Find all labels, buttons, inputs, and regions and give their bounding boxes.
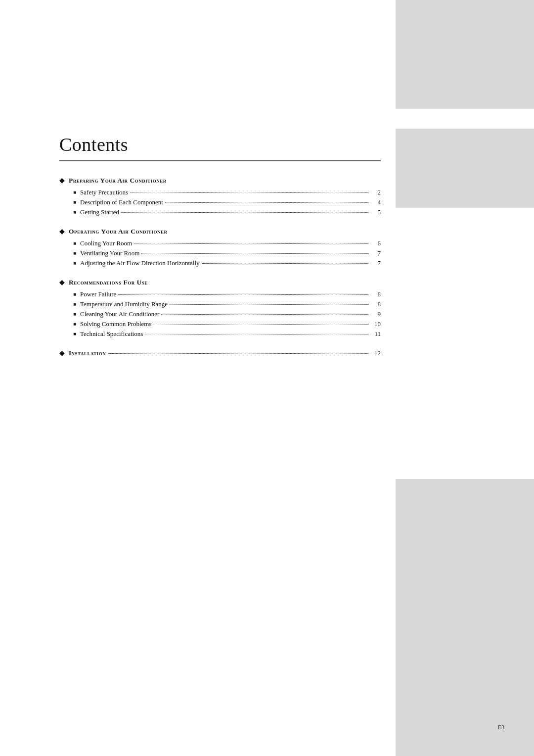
installation-label: Installation (69, 349, 106, 357)
entry-page-solving: 10 (371, 320, 381, 328)
toc-entries-preparing: ■ Safety Precautions 2 ■ Description of … (59, 189, 381, 216)
toc-section-preparing: ◆ Preparing Your Air Conditioner ■ Safet… (59, 176, 381, 216)
page-number: E3 (498, 724, 504, 731)
bullet-icon: ■ (73, 199, 76, 205)
entry-page-cleaning: 9 (371, 310, 381, 318)
toc-entry-airflow: ■ Adjusting the Air Flow Direction Horiz… (73, 259, 381, 267)
toc-entry-getting-started: ■ Getting Started 5 (73, 208, 381, 216)
bullet-icon: ■ (73, 321, 76, 327)
bottom-right-decoration (396, 129, 534, 208)
toc-entry-safety: ■ Safety Precautions 2 (73, 189, 381, 196)
bullet-icon: ■ (73, 250, 76, 256)
entry-label-airflow: Adjusting the Air Flow Direction Horizon… (80, 259, 200, 267)
top-right-gap (396, 109, 534, 124)
toc-entry-description: ■ Description of Each Component 4 (73, 198, 381, 206)
diamond-icon-preparing: ◆ (59, 176, 65, 185)
bottom-gray-decoration (396, 479, 534, 756)
toc-entry-power-failure: ■ Power Failure 8 (73, 290, 381, 298)
section-header-recommendations: ◆ Recommendations For Use (59, 278, 381, 286)
diamond-icon-recommendations: ◆ (59, 278, 65, 286)
main-content: Contents ◆ Preparing Your Air Conditione… (59, 134, 381, 357)
bullet-icon: ■ (73, 240, 76, 246)
section-title-operating: Operating Your Air Conditioner (69, 228, 167, 236)
section-title-preparing: Preparing Your Air Conditioner (69, 177, 167, 185)
entry-dots (145, 334, 369, 334)
entry-page-cooling: 6 (371, 239, 381, 247)
section-title-recommendations: Recommendations For Use (69, 279, 148, 286)
toc-entry-ventilating: ■ Ventilating Your Room 7 (73, 249, 381, 257)
bullet-icon: ■ (73, 291, 76, 297)
entry-dots (161, 314, 369, 315)
entry-dots (130, 192, 369, 193)
entry-dots (165, 202, 369, 203)
bullet-icon: ■ (73, 260, 76, 266)
page-number-area: E3 (498, 724, 504, 731)
toc-entry-cleaning: ■ Cleaning Your Air Conditioner 9 (73, 310, 381, 318)
entry-label-description: Description of Each Component (80, 198, 163, 206)
bullet-icon: ■ (73, 311, 76, 317)
toc-entry-solving: ■ Solving Common Problems 10 (73, 320, 381, 328)
toc-entries-operating: ■ Cooling Your Room 6 ■ Ventilating Your… (59, 239, 381, 267)
entry-label-ventilating: Ventilating Your Room (80, 249, 139, 257)
entry-page-airflow: 7 (371, 259, 381, 267)
entry-page-ventilating: 7 (371, 249, 381, 257)
entry-dots (141, 253, 369, 254)
diamond-icon-installation: ◆ (59, 349, 65, 357)
entry-label-cleaning: Cleaning Your Air Conditioner (80, 310, 159, 318)
entry-page-temperature: 8 (371, 300, 381, 308)
toc-entry-technical: ■ Technical Specifications 11 (73, 330, 381, 338)
entry-page-getting-started: 5 (371, 208, 381, 216)
toc-entry-temperature: ■ Temperature and Humidity Range 8 (73, 300, 381, 308)
entry-dots (118, 294, 369, 295)
entry-dots (121, 212, 369, 213)
diamond-icon-operating: ◆ (59, 227, 65, 236)
entry-label-power-failure: Power Failure (80, 290, 116, 298)
entry-label-safety: Safety Precautions (80, 189, 128, 196)
toc-entries-recommendations: ■ Power Failure 8 ■ Temperature and Humi… (59, 290, 381, 338)
bullet-icon: ■ (73, 301, 76, 307)
bullet-icon: ■ (73, 331, 76, 336)
toc-section-operating: ◆ Operating Your Air Conditioner ■ Cooli… (59, 227, 381, 267)
entry-label-getting-started: Getting Started (80, 208, 119, 216)
bullet-icon: ■ (73, 189, 76, 195)
entry-label-technical: Technical Specifications (80, 330, 143, 338)
entry-dots (134, 243, 369, 244)
entry-dots (202, 263, 369, 264)
entry-label-solving: Solving Common Problems (80, 320, 151, 328)
entry-dots-installation (108, 353, 369, 354)
title-divider (59, 160, 381, 161)
entry-page-installation: 12 (371, 349, 381, 357)
entry-label-temperature: Temperature and Humidity Range (80, 300, 168, 308)
entry-page-safety: 2 (371, 189, 381, 196)
entry-dots (170, 304, 369, 305)
top-right-decoration (396, 0, 534, 109)
entry-page-technical: 11 (371, 330, 381, 338)
page-title: Contents (59, 134, 381, 155)
entry-page-power-failure: 8 (371, 290, 381, 298)
toc-section-recommendations: ◆ Recommendations For Use ■ Power Failur… (59, 278, 381, 338)
toc-entry-installation: ◆ Installation 12 (59, 349, 381, 357)
entry-dots (154, 324, 369, 325)
entry-page-description: 4 (371, 198, 381, 206)
bullet-icon: ■ (73, 209, 76, 215)
toc-entry-cooling: ■ Cooling Your Room 6 (73, 239, 381, 247)
section-header-preparing: ◆ Preparing Your Air Conditioner (59, 176, 381, 185)
section-header-operating: ◆ Operating Your Air Conditioner (59, 227, 381, 236)
entry-label-cooling: Cooling Your Room (80, 239, 132, 247)
